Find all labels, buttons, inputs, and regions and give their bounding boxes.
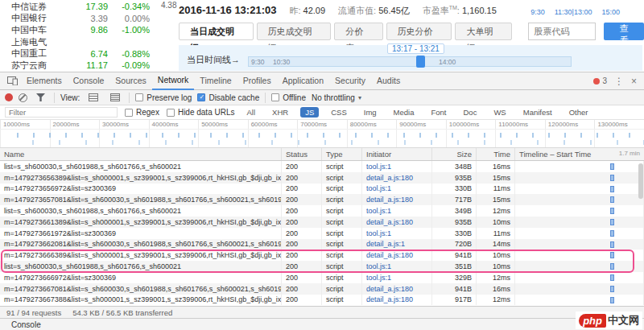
clear-icon[interactable] xyxy=(19,93,27,102)
device-toolbar-icon[interactable] xyxy=(7,76,18,85)
record-icon[interactable] xyxy=(5,93,13,101)
error-badge[interactable]: 3 xyxy=(593,76,607,85)
timeline-view-icon[interactable] xyxy=(110,93,120,101)
filter-type-css[interactable]: CSS xyxy=(326,107,352,118)
column-type[interactable]: Type xyxy=(322,148,362,160)
request-row[interactable]: m=1479273661389&list=s_sh000001,s_sz3990… xyxy=(0,217,644,228)
request-row[interactable]: list=s_sh600030,s_sh601988,s_sh601766,s_… xyxy=(0,205,644,217)
tab-profiles[interactable]: Profiles xyxy=(237,72,277,89)
tab-today-trades[interactable]: 当日成交明细 xyxy=(179,23,254,40)
close-icon[interactable]: × xyxy=(631,76,637,87)
timeline-handle[interactable] xyxy=(416,56,425,68)
tab-application[interactable]: Application xyxy=(277,72,329,89)
column-initiator[interactable]: Initiator xyxy=(362,148,432,160)
filter-type-js[interactable]: JS xyxy=(300,107,319,118)
stock-code-input[interactable] xyxy=(528,23,596,40)
watchlist-row[interactable]: 苏宁云商 11.17 -0.09% xyxy=(0,60,169,72)
filter-type-other[interactable]: Other xyxy=(564,107,593,118)
view-button[interactable]: 查看 xyxy=(604,23,644,40)
hide-data-urls-checkbox[interactable] xyxy=(167,109,175,117)
request-row[interactable]: m=1479273656972&list=sz300369 200 script… xyxy=(0,184,644,195)
requests-list: list=s_sh600030,s_sh601988,s_sh601766,s_… xyxy=(0,161,644,306)
watchlist-row[interactable]: 中国中车 9.86 -1.00% xyxy=(0,24,169,36)
view-label: View: xyxy=(60,93,80,102)
request-row[interactable]: m=1479273662081&list=s_sh600030,s_sh6019… xyxy=(0,239,644,250)
regex-checkbox[interactable] xyxy=(125,109,133,117)
request-status: 200 xyxy=(282,261,322,272)
tab-price-distribution[interactable]: 分价表 xyxy=(334,23,382,40)
preserve-log-checkbox[interactable] xyxy=(135,93,143,101)
disable-cache-option[interactable]: Disable cache xyxy=(197,93,259,102)
disable-cache-checkbox[interactable] xyxy=(197,93,205,101)
request-initiator-link[interactable]: detail_a.js:180 xyxy=(362,194,432,205)
request-status: 200 xyxy=(282,295,322,306)
watchlist-row[interactable]: 中国银行 3.39 0.00% xyxy=(0,13,169,25)
request-row[interactable]: list=s_sh600030,s_sh601988,s_sh601766,s_… xyxy=(0,161,644,172)
request-row[interactable]: m=1479273667388&list=s_sh000001,s_sz3990… xyxy=(0,295,644,306)
request-initiator-link[interactable]: detail_a.js:180 xyxy=(362,217,432,228)
request-row[interactable]: m=1479273666972&list=sz300369 200 script… xyxy=(0,272,644,283)
tab-large-orders[interactable]: 大单明细 xyxy=(455,23,512,40)
filter-type-media[interactable]: Media xyxy=(389,107,419,118)
offline-option[interactable]: Offline xyxy=(271,93,306,102)
tab-audits[interactable]: Audits xyxy=(371,72,406,89)
waterfall-bar xyxy=(610,208,614,214)
request-initiator-link[interactable]: detail_a.js:180 xyxy=(362,283,432,295)
column-timeline[interactable]: Timeline – Start Time 1.7 min xyxy=(515,148,644,160)
filter-input[interactable] xyxy=(5,107,118,118)
filter-type-xhr[interactable]: XHR xyxy=(267,107,293,118)
filter-type-manifest[interactable]: Manifest xyxy=(518,107,557,118)
tab-sources[interactable]: Sources xyxy=(109,72,152,89)
column-size[interactable]: Size xyxy=(432,148,477,160)
tab-network[interactable]: Network xyxy=(152,72,195,90)
request-row[interactable]: m=1479273661972&list=sz300369 200 script… xyxy=(0,228,644,239)
request-initiator-link[interactable]: detail_a.js:180 xyxy=(362,250,432,261)
tab-elements[interactable]: Elements xyxy=(21,72,68,89)
request-row[interactable]: m=1479273666389&list=s_sh000001,s_sz3990… xyxy=(0,250,644,261)
watchlist-row[interactable]: 中信证券 17.39 -0.34% xyxy=(0,1,169,13)
menu-icon[interactable]: ⋮ xyxy=(614,76,624,87)
request-initiator-link[interactable]: detail_a.js:1 xyxy=(362,239,432,250)
request-initiator-link[interactable]: tool.js:1 xyxy=(362,272,432,283)
request-initiator-link[interactable]: tool.js:1 xyxy=(362,261,432,272)
filter-type-ws[interactable]: WS xyxy=(489,107,510,118)
tab-security[interactable]: Security xyxy=(329,72,371,89)
request-initiator-link[interactable]: detail_a.js:180 xyxy=(362,295,432,306)
filter-type-doc[interactable]: Doc xyxy=(459,107,482,118)
request-row[interactable]: list=s_sh600030,s_sh601988,s_sh601766,s_… xyxy=(0,261,644,272)
scrollbar-thumb[interactable] xyxy=(638,163,643,199)
timeline-slider[interactable]: 9:30 10:30 14:00 13:17 - 13:21 xyxy=(248,56,572,67)
request-initiator-link[interactable]: tool.js:1 xyxy=(362,184,432,195)
request-row[interactable]: m=1479273656389&list=s_sh000001,s_sz3990… xyxy=(0,172,644,184)
tab-timeline[interactable]: Timeline xyxy=(194,72,237,89)
drawer-tab-console[interactable]: Console xyxy=(6,320,46,329)
hide-data-urls-option[interactable]: Hide data URLs xyxy=(167,108,235,117)
column-name[interactable]: Name xyxy=(0,148,282,160)
watchlist-row[interactable]: 中国重工 6.74 -0.88% xyxy=(0,47,169,60)
filter-icon[interactable] xyxy=(36,93,45,101)
tab-history-price-distribution[interactable]: 历史分价表 xyxy=(386,23,452,40)
throttling-select[interactable]: No throttling ▾ xyxy=(312,93,361,102)
tab-history-trades[interactable]: 历史成交明细 xyxy=(257,23,332,40)
request-initiator-link[interactable]: tool.js:1 xyxy=(362,161,432,172)
stock-change: -1.00% xyxy=(108,25,150,35)
watchlist-row[interactable]: 上海电气 xyxy=(0,36,169,48)
regex-option[interactable]: Regex xyxy=(125,108,159,117)
stock-change: -0.88% xyxy=(108,49,150,59)
column-status[interactable]: Status xyxy=(282,148,322,160)
filter-type-font[interactable]: Font xyxy=(426,107,451,118)
preserve-log-option[interactable]: Preserve log xyxy=(135,93,192,102)
request-row[interactable]: m=1479273667081&list=s_sh600030,s_sh6019… xyxy=(0,283,644,295)
filter-type-all[interactable]: All xyxy=(242,107,261,118)
overview-waterfall[interactable] xyxy=(0,130,644,148)
large-rows-icon[interactable] xyxy=(89,93,98,101)
stock-price: 17.39 xyxy=(69,2,108,11)
request-initiator-link[interactable]: detail_a.js:180 xyxy=(362,172,432,184)
tab-console[interactable]: Console xyxy=(68,72,110,89)
offline-checkbox[interactable] xyxy=(271,93,279,101)
request-initiator-link[interactable]: tool.js:1 xyxy=(362,228,432,239)
filter-type-img[interactable]: Img xyxy=(359,107,382,118)
request-initiator-link[interactable]: tool.js:1 xyxy=(362,205,432,217)
column-time[interactable]: Time xyxy=(477,148,515,160)
request-row[interactable]: m=1479273657081&list=s_sh600030,s_sh6019… xyxy=(0,194,644,205)
